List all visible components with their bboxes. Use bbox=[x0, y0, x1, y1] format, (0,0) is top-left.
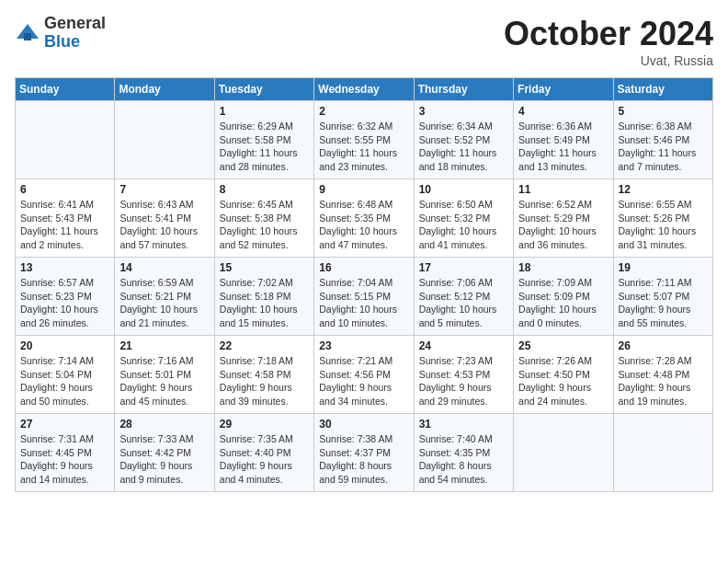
day-detail: Sunrise: 7:40 AMSunset: 4:35 PMDaylight:… bbox=[419, 432, 508, 487]
calendar-day-cell: 2Sunrise: 6:32 AMSunset: 5:55 PMDaylight… bbox=[314, 101, 414, 179]
calendar-day-cell bbox=[613, 414, 712, 492]
calendar-day-cell: 11Sunrise: 6:52 AMSunset: 5:29 PMDayligh… bbox=[514, 179, 613, 258]
calendar-week-row: 13Sunrise: 6:57 AMSunset: 5:23 PMDayligh… bbox=[16, 258, 713, 336]
day-detail: Sunrise: 7:06 AMSunset: 5:12 PMDaylight:… bbox=[419, 276, 508, 330]
day-number: 31 bbox=[419, 418, 508, 431]
day-detail: Sunrise: 7:02 AMSunset: 5:18 PMDaylight:… bbox=[220, 276, 309, 330]
day-detail: Sunrise: 6:43 AMSunset: 5:41 PMDaylight:… bbox=[119, 198, 209, 252]
day-detail: Sunrise: 7:31 AMSunset: 4:45 PMDaylight:… bbox=[20, 432, 109, 487]
day-number: 2 bbox=[319, 105, 408, 118]
day-detail: Sunrise: 6:32 AMSunset: 5:55 PMDaylight:… bbox=[319, 120, 408, 174]
day-number: 8 bbox=[220, 183, 309, 196]
day-number: 5 bbox=[619, 105, 708, 118]
logo-blue-text: Blue bbox=[44, 32, 80, 51]
day-number: 10 bbox=[419, 183, 508, 196]
day-number: 11 bbox=[518, 183, 608, 196]
calendar-day-cell: 6Sunrise: 6:41 AMSunset: 5:43 PMDaylight… bbox=[16, 179, 115, 258]
day-detail: Sunrise: 7:16 AMSunset: 5:01 PMDaylight:… bbox=[119, 354, 209, 408]
location-subtitle: Uvat, Russia bbox=[504, 53, 713, 68]
calendar-day-cell: 5Sunrise: 6:38 AMSunset: 5:46 PMDaylight… bbox=[613, 101, 712, 179]
calendar-day-cell: 1Sunrise: 6:29 AMSunset: 5:58 PMDaylight… bbox=[214, 101, 313, 179]
title-block: October 2024 Uvat, Russia bbox=[504, 15, 713, 68]
logo-general-text: General bbox=[44, 14, 106, 32]
day-number: 6 bbox=[20, 183, 109, 196]
calendar-day-cell: 29Sunrise: 7:35 AMSunset: 4:40 PMDayligh… bbox=[214, 414, 313, 492]
calendar-day-cell: 20Sunrise: 7:14 AMSunset: 5:04 PMDayligh… bbox=[16, 336, 115, 414]
svg-rect-1 bbox=[24, 33, 31, 40]
day-number: 3 bbox=[419, 105, 508, 118]
day-number: 9 bbox=[319, 183, 408, 196]
day-number: 27 bbox=[20, 418, 109, 431]
calendar-day-cell: 14Sunrise: 6:59 AMSunset: 5:21 PMDayligh… bbox=[115, 258, 214, 336]
calendar-day-cell: 15Sunrise: 7:02 AMSunset: 5:18 PMDayligh… bbox=[214, 258, 313, 336]
logo: General Blue bbox=[15, 15, 106, 52]
calendar-day-cell: 24Sunrise: 7:23 AMSunset: 4:53 PMDayligh… bbox=[414, 336, 513, 414]
day-of-week-header: Friday bbox=[514, 78, 613, 101]
day-detail: Sunrise: 7:21 AMSunset: 4:56 PMDaylight:… bbox=[319, 354, 408, 408]
calendar-day-cell: 26Sunrise: 7:28 AMSunset: 4:48 PMDayligh… bbox=[613, 336, 712, 414]
day-detail: Sunrise: 7:26 AMSunset: 4:50 PMDaylight:… bbox=[518, 354, 608, 408]
logo-icon bbox=[15, 20, 40, 46]
day-number: 22 bbox=[220, 339, 309, 352]
calendar-day-cell: 8Sunrise: 6:45 AMSunset: 5:38 PMDaylight… bbox=[214, 179, 313, 258]
day-number: 16 bbox=[319, 261, 408, 274]
day-number: 29 bbox=[220, 418, 309, 431]
day-of-week-header: Sunday bbox=[16, 78, 115, 101]
calendar-day-cell: 30Sunrise: 7:38 AMSunset: 4:37 PMDayligh… bbox=[314, 414, 414, 492]
day-detail: Sunrise: 7:35 AMSunset: 4:40 PMDaylight:… bbox=[220, 432, 309, 487]
day-number: 1 bbox=[220, 105, 309, 118]
day-detail: Sunrise: 6:36 AMSunset: 5:49 PMDaylight:… bbox=[518, 120, 608, 174]
day-detail: Sunrise: 7:18 AMSunset: 4:58 PMDaylight:… bbox=[220, 354, 309, 408]
day-of-week-header: Tuesday bbox=[214, 78, 313, 101]
day-number: 12 bbox=[619, 183, 708, 196]
day-number: 23 bbox=[319, 339, 408, 352]
calendar-day-cell: 18Sunrise: 7:09 AMSunset: 5:09 PMDayligh… bbox=[514, 258, 613, 336]
calendar-day-cell: 19Sunrise: 7:11 AMSunset: 5:07 PMDayligh… bbox=[613, 258, 712, 336]
day-number: 21 bbox=[119, 339, 209, 352]
day-number: 17 bbox=[419, 261, 508, 274]
day-detail: Sunrise: 6:59 AMSunset: 5:21 PMDaylight:… bbox=[119, 276, 209, 330]
day-number: 20 bbox=[20, 339, 109, 352]
calendar-day-cell: 28Sunrise: 7:33 AMSunset: 4:42 PMDayligh… bbox=[115, 414, 214, 492]
day-detail: Sunrise: 7:33 AMSunset: 4:42 PMDaylight:… bbox=[119, 432, 209, 487]
calendar-day-cell: 31Sunrise: 7:40 AMSunset: 4:35 PMDayligh… bbox=[414, 414, 513, 492]
calendar-day-cell: 12Sunrise: 6:55 AMSunset: 5:26 PMDayligh… bbox=[613, 179, 712, 258]
day-detail: Sunrise: 6:55 AMSunset: 5:26 PMDaylight:… bbox=[619, 198, 708, 252]
day-number: 14 bbox=[119, 261, 209, 274]
day-detail: Sunrise: 6:41 AMSunset: 5:43 PMDaylight:… bbox=[20, 198, 109, 252]
calendar-day-cell: 27Sunrise: 7:31 AMSunset: 4:45 PMDayligh… bbox=[16, 414, 115, 492]
day-detail: Sunrise: 7:38 AMSunset: 4:37 PMDaylight:… bbox=[319, 432, 408, 487]
calendar-week-row: 27Sunrise: 7:31 AMSunset: 4:45 PMDayligh… bbox=[16, 414, 713, 492]
day-detail: Sunrise: 7:04 AMSunset: 5:15 PMDaylight:… bbox=[319, 276, 408, 330]
day-number: 30 bbox=[319, 418, 408, 431]
day-detail: Sunrise: 6:38 AMSunset: 5:46 PMDaylight:… bbox=[619, 120, 708, 174]
day-number: 4 bbox=[518, 105, 608, 118]
day-detail: Sunrise: 6:45 AMSunset: 5:38 PMDaylight:… bbox=[220, 198, 309, 252]
day-detail: Sunrise: 6:34 AMSunset: 5:52 PMDaylight:… bbox=[419, 120, 508, 174]
calendar-day-cell: 7Sunrise: 6:43 AMSunset: 5:41 PMDaylight… bbox=[115, 179, 214, 258]
calendar-table: SundayMondayTuesdayWednesdayThursdayFrid… bbox=[15, 77, 713, 492]
calendar-week-row: 1Sunrise: 6:29 AMSunset: 5:58 PMDaylight… bbox=[16, 101, 713, 179]
day-of-week-header: Wednesday bbox=[314, 78, 414, 101]
calendar-day-cell: 17Sunrise: 7:06 AMSunset: 5:12 PMDayligh… bbox=[414, 258, 513, 336]
day-number: 18 bbox=[518, 261, 608, 274]
calendar-day-cell: 4Sunrise: 6:36 AMSunset: 5:49 PMDaylight… bbox=[514, 101, 613, 179]
page-header: General Blue October 2024 Uvat, Russia bbox=[15, 15, 713, 68]
day-number: 7 bbox=[119, 183, 209, 196]
day-detail: Sunrise: 7:11 AMSunset: 5:07 PMDaylight:… bbox=[619, 276, 708, 330]
day-detail: Sunrise: 6:57 AMSunset: 5:23 PMDaylight:… bbox=[20, 276, 109, 330]
calendar-week-row: 6Sunrise: 6:41 AMSunset: 5:43 PMDaylight… bbox=[16, 179, 713, 258]
calendar-day-cell: 23Sunrise: 7:21 AMSunset: 4:56 PMDayligh… bbox=[314, 336, 414, 414]
day-number: 19 bbox=[619, 261, 708, 274]
calendar-day-cell: 25Sunrise: 7:26 AMSunset: 4:50 PMDayligh… bbox=[514, 336, 613, 414]
day-of-week-header: Monday bbox=[115, 78, 214, 101]
day-number: 25 bbox=[518, 339, 608, 352]
calendar-header-row: SundayMondayTuesdayWednesdayThursdayFrid… bbox=[16, 78, 713, 101]
calendar-day-cell bbox=[514, 414, 613, 492]
day-detail: Sunrise: 6:50 AMSunset: 5:32 PMDaylight:… bbox=[419, 198, 508, 252]
day-detail: Sunrise: 6:52 AMSunset: 5:29 PMDaylight:… bbox=[518, 198, 608, 252]
day-detail: Sunrise: 6:48 AMSunset: 5:35 PMDaylight:… bbox=[319, 198, 408, 252]
day-number: 15 bbox=[220, 261, 309, 274]
day-detail: Sunrise: 7:28 AMSunset: 4:48 PMDaylight:… bbox=[619, 354, 708, 408]
day-detail: Sunrise: 6:29 AMSunset: 5:58 PMDaylight:… bbox=[220, 120, 309, 174]
